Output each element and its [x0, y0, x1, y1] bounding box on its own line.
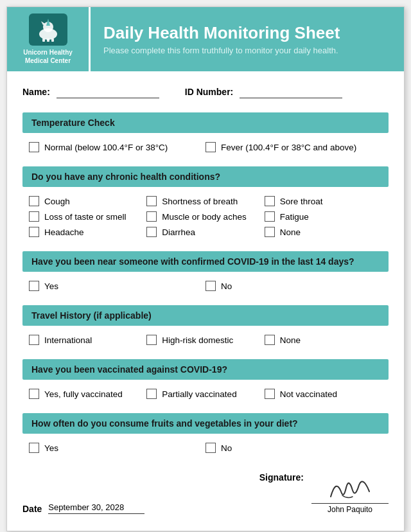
checkbox-item-diet-0[interactable]: Yes	[29, 443, 206, 453]
checkbox-box-chronic-1[interactable]	[146, 196, 157, 206]
checkbox-grid-travel: InternationalHigh-risk domesticNone	[29, 335, 382, 345]
signature-name: John Paquito	[311, 503, 389, 514]
svg-rect-6	[51, 39, 54, 42]
section-header-vaccine: Have you been vaccinated against COVID-1…	[22, 359, 389, 380]
checkbox-item-covid_exposure-1[interactable]: No	[206, 281, 382, 291]
checkbox-item-chronic-6[interactable]: Headache	[29, 227, 146, 237]
signature-image	[324, 472, 376, 503]
checkbox-box-vaccine-1[interactable]	[146, 389, 157, 399]
checkbox-item-chronic-2[interactable]: Sore throat	[265, 196, 382, 206]
checkbox-box-vaccine-2[interactable]	[265, 389, 275, 399]
section-body-chronic: CoughShortness of breathSore throatLoss …	[22, 193, 389, 242]
checkbox-box-travel-2[interactable]	[265, 335, 275, 345]
date-label: Date	[22, 504, 42, 514]
section-header-temp: Temperature Check	[22, 112, 389, 133]
page-subtitle: Please complete this form truthfully to …	[103, 46, 391, 55]
section-header-chronic: Do you have any chronic health condition…	[22, 166, 389, 187]
checkbox-item-chronic-1[interactable]: Shortness of breath	[146, 196, 264, 206]
checkbox-box-covid_exposure-1[interactable]	[206, 281, 216, 291]
signature-label: Signature:	[259, 472, 304, 483]
checkbox-label-vaccine-1: Partially vaccinated	[162, 389, 236, 399]
checkbox-label-temp-1: Fever (100.4°F or 38°C and above)	[221, 143, 356, 152]
checkbox-box-temp-1[interactable]	[206, 142, 216, 152]
checkbox-label-travel-1: High-risk domestic	[162, 335, 233, 345]
checkbox-item-travel-1[interactable]: High-risk domestic	[146, 335, 264, 345]
health-monitoring-form: Unicorn Healthy Medical Center Daily Hea…	[6, 6, 405, 531]
section-body-covid_exposure: YesNo	[22, 278, 389, 296]
section-chronic: Do you have any chronic health condition…	[22, 166, 389, 242]
checkbox-box-travel-0[interactable]	[29, 335, 39, 345]
checkbox-box-chronic-3[interactable]	[29, 211, 39, 222]
section-body-travel: InternationalHigh-risk domesticNone	[22, 332, 389, 350]
sections-container: Temperature CheckNormal (below 100.4°F o…	[22, 112, 389, 458]
checkbox-box-vaccine-0[interactable]	[29, 389, 39, 399]
checkbox-item-travel-0[interactable]: International	[29, 335, 146, 345]
form-body: Name: ID Number: Temperature CheckNormal…	[7, 71, 404, 531]
checkbox-item-vaccine-1[interactable]: Partially vaccinated	[146, 389, 264, 399]
checkbox-box-travel-1[interactable]	[146, 335, 157, 345]
section-travel: Travel History (if applicable)Internatio…	[22, 305, 389, 350]
checkbox-item-covid_exposure-0[interactable]: Yes	[29, 281, 206, 291]
checkbox-box-chronic-0[interactable]	[29, 196, 39, 206]
name-field: Name:	[22, 85, 159, 98]
checkbox-item-temp-1[interactable]: Fever (100.4°F or 38°C and above)	[206, 142, 382, 152]
checkbox-grid-diet: YesNo	[29, 443, 382, 453]
checkbox-box-chronic-5[interactable]	[265, 211, 275, 222]
id-label: ID Number:	[185, 87, 233, 97]
checkbox-item-vaccine-2[interactable]: Not vaccinated	[265, 389, 382, 399]
checkbox-item-temp-0[interactable]: Normal (below 100.4°F or 38°C)	[29, 142, 206, 152]
checkbox-label-chronic-4: Muscle or body aches	[162, 212, 246, 222]
checkbox-box-chronic-7[interactable]	[146, 227, 157, 237]
checkbox-item-chronic-7[interactable]: Diarrhea	[146, 227, 264, 237]
section-covid_exposure: Have you been near someone with confirme…	[22, 251, 389, 296]
id-input[interactable]	[240, 85, 342, 98]
checkbox-item-chronic-4[interactable]: Muscle or body aches	[146, 211, 264, 222]
checkbox-grid-vaccine: Yes, fully vaccinatedPartially vaccinate…	[29, 389, 382, 399]
section-header-travel: Travel History (if applicable)	[22, 305, 389, 326]
checkbox-label-chronic-0: Cough	[44, 197, 70, 206]
checkbox-label-diet-0: Yes	[44, 443, 58, 453]
checkbox-item-diet-1[interactable]: No	[206, 443, 382, 453]
checkbox-item-chronic-3[interactable]: Loss of taste or smell	[29, 211, 146, 222]
checkbox-item-chronic-0[interactable]: Cough	[29, 196, 146, 206]
checkbox-item-travel-2[interactable]: None	[265, 335, 382, 345]
checkbox-grid-chronic: CoughShortness of breathSore throatLoss …	[29, 196, 382, 237]
checkbox-grid-temp: Normal (below 100.4°F or 38°C)Fever (100…	[29, 142, 382, 152]
checkbox-box-diet-0[interactable]	[29, 443, 39, 453]
checkbox-item-chronic-5[interactable]: Fatigue	[265, 211, 382, 222]
checkbox-label-diet-1: No	[221, 443, 232, 453]
signature-row: Signature: John Paquito	[259, 472, 389, 514]
section-temp: Temperature CheckNormal (below 100.4°F o…	[22, 112, 389, 157]
checkbox-grid-covid_exposure: YesNo	[29, 281, 382, 291]
name-id-row: Name: ID Number:	[22, 82, 389, 102]
section-header-covid_exposure: Have you been near someone with confirme…	[22, 251, 389, 272]
checkbox-box-chronic-4[interactable]	[146, 211, 157, 222]
form-header: Unicorn Healthy Medical Center Daily Hea…	[7, 7, 404, 71]
name-input[interactable]	[57, 85, 159, 98]
checkbox-label-travel-0: International	[44, 335, 92, 345]
checkbox-label-chronic-5: Fatigue	[280, 212, 309, 222]
date-field: Date September 30, 2028	[22, 502, 144, 514]
logo-text: Unicorn Healthy Medical Center	[23, 48, 73, 65]
section-header-diet: How often do you consume fruits and vege…	[22, 413, 389, 434]
checkbox-box-chronic-2[interactable]	[265, 196, 275, 206]
checkbox-box-chronic-6[interactable]	[29, 227, 39, 237]
checkbox-label-vaccine-2: Not vaccinated	[280, 389, 337, 399]
section-diet: How often do you consume fruits and vege…	[22, 413, 389, 458]
svg-rect-4	[42, 39, 45, 42]
checkbox-item-chronic-8[interactable]: None	[265, 227, 382, 237]
header-title-area: Daily Health Monitoring Sheet Please com…	[91, 7, 404, 71]
checkbox-label-chronic-3: Loss of taste or smell	[44, 212, 127, 222]
checkbox-label-covid_exposure-1: No	[221, 281, 232, 291]
checkbox-label-chronic-8: None	[280, 227, 301, 237]
footer-row: Date September 30, 2028 Signature: John …	[22, 467, 389, 520]
checkbox-label-temp-0: Normal (below 100.4°F or 38°C)	[44, 143, 168, 152]
checkbox-label-chronic-7: Diarrhea	[162, 227, 195, 237]
checkbox-item-vaccine-0[interactable]: Yes, fully vaccinated	[29, 389, 146, 399]
checkbox-box-chronic-8[interactable]	[265, 227, 275, 237]
id-field: ID Number:	[185, 85, 342, 98]
checkbox-box-temp-0[interactable]	[29, 142, 39, 152]
checkbox-box-covid_exposure-0[interactable]	[29, 281, 39, 291]
checkbox-box-diet-1[interactable]	[206, 443, 216, 453]
page-title: Daily Health Monitoring Sheet	[103, 23, 391, 43]
